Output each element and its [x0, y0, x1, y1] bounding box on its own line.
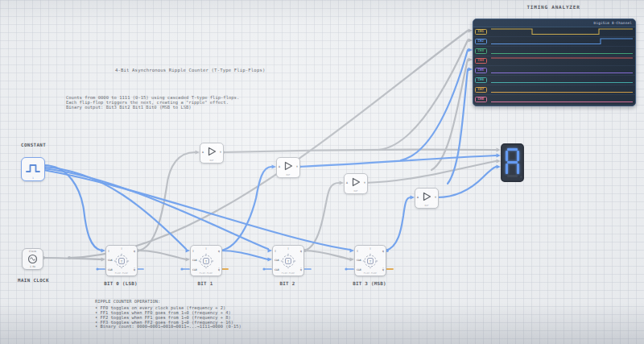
wire-buf1-to-analyzer-ch2	[378, 40, 468, 150]
flipflop-caption: FLIP-FLOP	[364, 271, 377, 275]
flipflop-type-label: T	[369, 247, 371, 251]
seven-segment-display[interactable]	[501, 143, 524, 182]
channel-label: CH8	[475, 97, 487, 103]
buffer-caption: BUF	[354, 189, 358, 193]
flipflop-bit0[interactable]: T T CLK CLR Q Q̄ T FLIP-FLOP	[105, 245, 138, 276]
wire-bit1q-to-bit2-clk	[221, 251, 268, 259]
flipflop-type-label: T	[205, 247, 207, 251]
analyzer-channel-row[interactable]: CH7	[473, 85, 635, 95]
pin-label-clk: CLK	[192, 259, 197, 262]
pin-label-q: Q	[382, 251, 384, 253]
pin-label-q: Q	[218, 251, 220, 253]
buffer-caption: BUF	[425, 204, 429, 207]
analyzer-channel-row[interactable]: CH3	[473, 47, 635, 56]
segment-a	[507, 148, 518, 151]
buffer-triangle-icon	[206, 146, 217, 157]
pin-label-clk: CLK	[108, 259, 113, 262]
clock-component[interactable]: Clock 1 Hz	[22, 248, 43, 270]
analyzer-channel-row[interactable]: CH5	[473, 66, 635, 76]
wire-buf1-to-display	[222, 150, 496, 152]
flipflop-bit2[interactable]: T T CLK CLR Q Q̄ T FLIP-FLOP	[272, 245, 304, 276]
channel-label: CH1	[475, 29, 487, 35]
pin-label-clk: CLK	[357, 259, 361, 262]
buffer-3[interactable]: A Y BUF	[415, 188, 439, 209]
wire-buf2-to-display	[299, 155, 496, 167]
segment-e	[506, 164, 508, 174]
timing-analyzer-panel[interactable]: DigiSim 8-Channel CH1CH2CH3CH4CH5CH6CH7C…	[473, 19, 636, 106]
analyzer-channel-row[interactable]: CH1	[473, 27, 635, 37]
simulator-canvas[interactable]: CONSTANT 1 Clock 1 Hz MAIN CLOCK T T CLK…	[0, 0, 644, 344]
flipflop-caption: FLIP-FLOP	[200, 271, 213, 275]
segment-b	[517, 151, 519, 161]
pin-label-qbar: Q̄	[134, 269, 135, 271]
buffer-2[interactable]: A Y BUF	[344, 173, 368, 194]
constant-value: 1	[32, 176, 34, 180]
constant-component[interactable]: 1	[21, 157, 45, 181]
segment-f	[506, 151, 508, 161]
segment-c	[517, 164, 519, 174]
flipflop-bit1-label: BIT 1	[173, 281, 237, 286]
pin-label-clk: CLK	[275, 259, 279, 262]
segment-d	[507, 175, 518, 177]
analyzer-channel-row[interactable]: CH4	[473, 56, 635, 66]
wire-bit1q-to-buf2	[221, 167, 271, 251]
wire-bit2q-to-bit3-clk	[303, 251, 350, 259]
buffer-triangle-icon	[283, 160, 294, 172]
analyzer-header: DigiSim 8-Channel	[473, 19, 635, 27]
pin-label-clr: CLR	[357, 269, 361, 271]
pin-label-y: Y	[296, 166, 298, 168]
flipflop-gear-icon: T	[362, 253, 378, 269]
pin-label-qbar: Q̄	[382, 269, 384, 271]
notes-item: • Binary count: 0000→0001→0010→0011→...→…	[95, 325, 242, 329]
pin-label-y: Y	[435, 197, 436, 199]
segment-dp	[520, 176, 522, 177]
pin-label-a: A	[417, 197, 419, 199]
timing-analyzer-title: TIMING ANALYZER	[473, 4, 634, 10]
buffer-1[interactable]: A Y BUF	[276, 157, 300, 178]
constant-label: CONSTANT	[21, 143, 46, 147]
analyzer-channel-row[interactable]: CH2	[473, 37, 635, 47]
pin-label-q: Q	[134, 251, 135, 253]
channel-label: CH3	[475, 48, 487, 55]
buffer-0[interactable]: A Y BUF	[200, 143, 224, 164]
flipflop-bit3-label: BIT 3 (MSB)	[337, 281, 402, 286]
pin-label-clr: CLR	[192, 269, 197, 271]
flipflop-type-label: T	[287, 247, 289, 251]
wire-clock-to-analyzer-ch1	[69, 31, 468, 258]
notes-heading: RIPPLE COUNTER OPERATION:	[95, 300, 242, 305]
description-block: Counts from 0000 to 1111 (0-15) using ca…	[66, 95, 239, 110]
buffer-triangle-icon	[350, 176, 361, 188]
main-clock-label: MAIN CLOCK	[18, 278, 49, 283]
pin-label-a: A	[279, 166, 280, 168]
buffer-caption: BUF	[210, 159, 214, 162]
notes-block: RIPPLE COUNTER OPERATION: • FF0 toggles …	[95, 300, 242, 329]
analyzer-channel-row[interactable]: CH8	[473, 95, 635, 105]
pin-label-a: A	[202, 151, 204, 154]
analyzer-brand: DigiSim 8-Channel	[594, 21, 632, 25]
wire-buf3-to-display	[365, 161, 496, 183]
flipflop-bit2-label: BIT 2	[255, 281, 320, 286]
flipflop-gear-icon: T	[198, 253, 214, 269]
flipflop-gear-icon: T	[280, 253, 296, 269]
flipflop-bit3[interactable]: T T CLK CLR Q Q̄ T FLIP-FLOP	[354, 245, 386, 276]
segment-g	[507, 161, 518, 164]
description-line: Binary output: Bit3 Bit2 Bit1 Bit0 (MSB …	[66, 105, 239, 110]
page-title: 4-Bit Asynchronous Ripple Counter (T-Typ…	[115, 68, 265, 73]
pin-label-a: A	[346, 182, 348, 184]
analyzer-channel-row[interactable]: CH6	[473, 76, 635, 85]
pin-label-t: T	[357, 251, 358, 253]
wire-bit3q-to-buf4	[386, 197, 411, 251]
buffer-caption: BUF	[287, 173, 291, 176]
wire-buf4-to-analyzer-ch5	[448, 69, 468, 184]
flipflop-bit1[interactable]: T T CLK CLR Q Q̄ T FLIP-FLOP	[190, 245, 222, 276]
seven-segment-icon	[501, 143, 524, 182]
pin-label-clr: CLR	[108, 269, 113, 271]
flipflop-caption: FLIP-FLOP	[282, 271, 295, 275]
flipflop-bit0-label: BIT 0 (LSB)	[89, 281, 153, 286]
pin-label-t: T	[275, 251, 276, 253]
analyzer-rows: CH1CH2CH3CH4CH5CH6CH7CH8	[473, 27, 635, 105]
channel-label: CH6	[475, 77, 487, 84]
pin-label-y: Y	[220, 151, 221, 154]
input-arrows	[101, 28, 502, 261]
pin-label-qbar: Q̄	[218, 269, 220, 271]
